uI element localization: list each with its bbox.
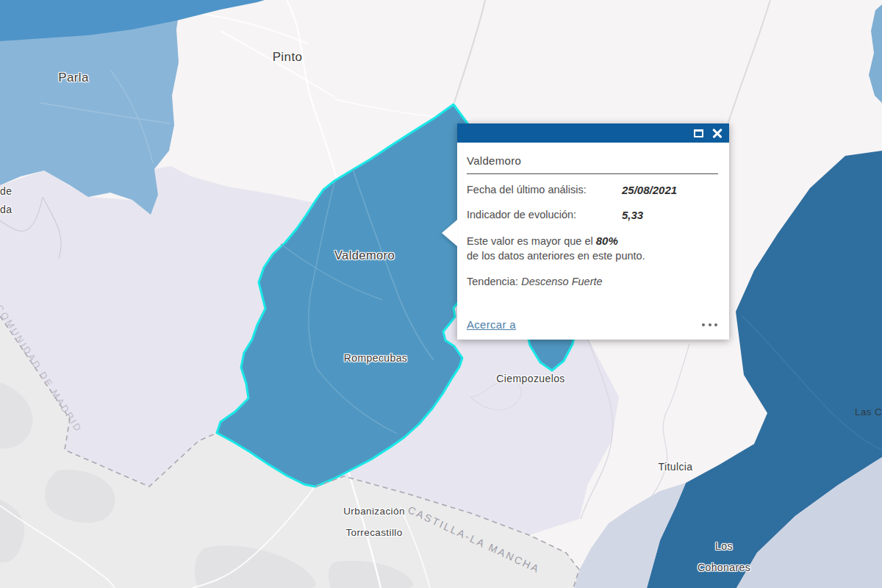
field-row-indicador: Indicador de evolución: 5,33: [467, 209, 719, 221]
field-value: 25/08/2021: [622, 184, 677, 196]
maximize-button[interactable]: [692, 127, 704, 139]
map-label-pinto: Pinto: [273, 50, 303, 65]
field-value: 5,33: [622, 209, 643, 221]
note-prefix: Este valor es mayor que el: [467, 235, 596, 247]
percentile-note: Este valor es mayor que el 80% de los da…: [467, 234, 719, 263]
map-label-valdemoro: Valdemoro: [334, 248, 395, 262]
field-label: Fecha del último análisis:: [467, 184, 622, 196]
map-label-left-edge-partial: de da: [0, 182, 12, 219]
field-row-fecha: Fecha del último análisis: 25/08/2021: [467, 184, 719, 196]
title-divider: [467, 173, 718, 174]
trend-value: Descenso Fuerte: [521, 276, 602, 287]
popup-body: Valdemoro Fecha del último análisis: 25/…: [457, 143, 729, 287]
map-label-rompecubas: Rompecubas: [344, 352, 408, 364]
trend-row: Tendencia: Descenso Fuerte: [467, 276, 719, 287]
map-label-parla: Parla: [58, 71, 89, 85]
feature-popup: Valdemoro Fecha del último análisis: 25/…: [457, 123, 729, 340]
map-label-urbanizacion-torrecastillo: Urbanización Torrecastillo: [343, 501, 405, 543]
close-icon: [712, 128, 723, 138]
close-button[interactable]: [711, 127, 723, 139]
popup-pointer: [442, 220, 457, 246]
zoom-to-link[interactable]: Acercar a: [467, 318, 516, 331]
map-label-los-cohonares: Los Cohonares: [698, 536, 750, 578]
map-application: Parla Pinto Valdemoro Rompecubas Ciempoz…: [0, 0, 882, 588]
map-canvas[interactable]: [0, 0, 882, 588]
note-suffix: de los datos anteriores en este punto.: [467, 250, 645, 262]
popup-title: Valdemoro: [467, 154, 719, 167]
ellipsis-icon[interactable]: [700, 320, 719, 329]
maximize-icon: [694, 129, 703, 137]
popup-header[interactable]: [457, 123, 729, 143]
map-label-titulcia: Titulcia: [658, 461, 692, 473]
field-label: Indicador de evolución:: [467, 209, 622, 221]
note-percent-value: 80%: [596, 234, 618, 247]
popup-footer: Acercar a: [467, 318, 719, 331]
trend-label: Tendencia:: [467, 276, 521, 287]
map-label-las-partial: Las C: [855, 406, 882, 417]
map-label-ciempozuelos: Ciempozuelos: [496, 373, 565, 384]
